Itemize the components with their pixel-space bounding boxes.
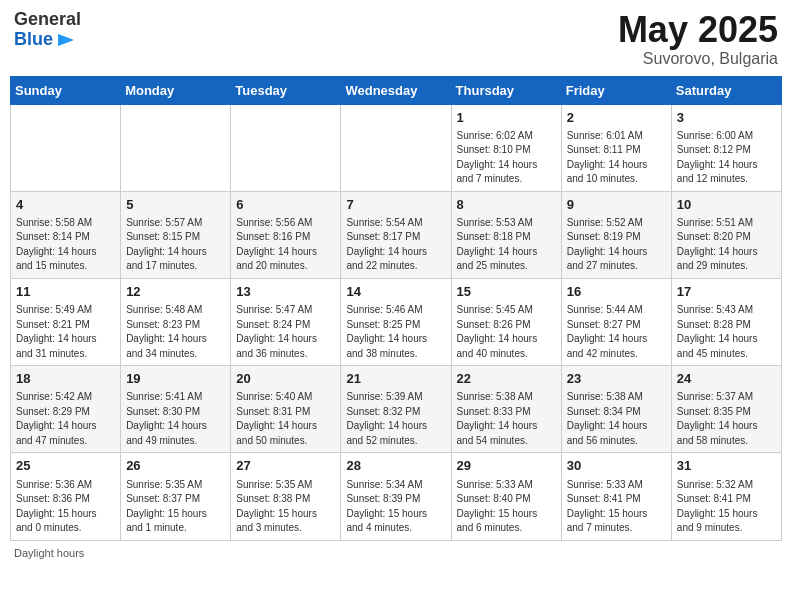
day-number: 19 xyxy=(126,370,225,388)
day-info: Sunrise: 5:53 AM Sunset: 8:18 PM Dayligh… xyxy=(457,216,556,274)
calendar-day-header: Friday xyxy=(561,76,671,104)
calendar-cell: 26Sunrise: 5:35 AM Sunset: 8:37 PM Dayli… xyxy=(121,453,231,540)
day-number: 10 xyxy=(677,196,776,214)
daylight-label: Daylight hours xyxy=(14,547,84,559)
day-info: Sunrise: 5:45 AM Sunset: 8:26 PM Dayligh… xyxy=(457,303,556,361)
calendar-cell: 21Sunrise: 5:39 AM Sunset: 8:32 PM Dayli… xyxy=(341,366,451,453)
calendar-week-row: 4Sunrise: 5:58 AM Sunset: 8:14 PM Daylig… xyxy=(11,191,782,278)
day-info: Sunrise: 5:39 AM Sunset: 8:32 PM Dayligh… xyxy=(346,390,445,448)
day-info: Sunrise: 5:41 AM Sunset: 8:30 PM Dayligh… xyxy=(126,390,225,448)
calendar-cell: 1Sunrise: 6:02 AM Sunset: 8:10 PM Daylig… xyxy=(451,104,561,191)
day-number: 9 xyxy=(567,196,666,214)
day-info: Sunrise: 5:42 AM Sunset: 8:29 PM Dayligh… xyxy=(16,390,115,448)
calendar-cell: 31Sunrise: 5:32 AM Sunset: 8:41 PM Dayli… xyxy=(671,453,781,540)
day-number: 8 xyxy=(457,196,556,214)
day-info: Sunrise: 5:33 AM Sunset: 8:41 PM Dayligh… xyxy=(567,478,666,536)
day-info: Sunrise: 5:35 AM Sunset: 8:38 PM Dayligh… xyxy=(236,478,335,536)
calendar-week-row: 25Sunrise: 5:36 AM Sunset: 8:36 PM Dayli… xyxy=(11,453,782,540)
day-info: Sunrise: 5:38 AM Sunset: 8:33 PM Dayligh… xyxy=(457,390,556,448)
day-info: Sunrise: 5:54 AM Sunset: 8:17 PM Dayligh… xyxy=(346,216,445,274)
page-header: General Blue May 2025 Suvorovo, Bulgaria xyxy=(10,10,782,68)
day-number: 25 xyxy=(16,457,115,475)
day-info: Sunrise: 5:33 AM Sunset: 8:40 PM Dayligh… xyxy=(457,478,556,536)
day-info: Sunrise: 5:46 AM Sunset: 8:25 PM Dayligh… xyxy=(346,303,445,361)
day-number: 31 xyxy=(677,457,776,475)
day-number: 24 xyxy=(677,370,776,388)
day-number: 23 xyxy=(567,370,666,388)
calendar-cell xyxy=(121,104,231,191)
day-number: 30 xyxy=(567,457,666,475)
calendar-cell: 25Sunrise: 5:36 AM Sunset: 8:36 PM Dayli… xyxy=(11,453,121,540)
title-block: May 2025 Suvorovo, Bulgaria xyxy=(618,10,778,68)
calendar-cell: 12Sunrise: 5:48 AM Sunset: 8:23 PM Dayli… xyxy=(121,278,231,365)
calendar-cell: 13Sunrise: 5:47 AM Sunset: 8:24 PM Dayli… xyxy=(231,278,341,365)
calendar-cell xyxy=(231,104,341,191)
day-info: Sunrise: 5:38 AM Sunset: 8:34 PM Dayligh… xyxy=(567,390,666,448)
calendar-cell: 4Sunrise: 5:58 AM Sunset: 8:14 PM Daylig… xyxy=(11,191,121,278)
calendar-day-header: Wednesday xyxy=(341,76,451,104)
day-number: 26 xyxy=(126,457,225,475)
calendar-cell: 9Sunrise: 5:52 AM Sunset: 8:19 PM Daylig… xyxy=(561,191,671,278)
day-info: Sunrise: 6:00 AM Sunset: 8:12 PM Dayligh… xyxy=(677,129,776,187)
calendar-day-header: Monday xyxy=(121,76,231,104)
calendar-cell: 19Sunrise: 5:41 AM Sunset: 8:30 PM Dayli… xyxy=(121,366,231,453)
day-number: 18 xyxy=(16,370,115,388)
calendar-cell: 29Sunrise: 5:33 AM Sunset: 8:40 PM Dayli… xyxy=(451,453,561,540)
day-number: 1 xyxy=(457,109,556,127)
calendar-cell xyxy=(341,104,451,191)
day-number: 27 xyxy=(236,457,335,475)
day-number: 22 xyxy=(457,370,556,388)
day-info: Sunrise: 5:47 AM Sunset: 8:24 PM Dayligh… xyxy=(236,303,335,361)
day-number: 3 xyxy=(677,109,776,127)
day-number: 2 xyxy=(567,109,666,127)
calendar-cell: 14Sunrise: 5:46 AM Sunset: 8:25 PM Dayli… xyxy=(341,278,451,365)
day-info: Sunrise: 5:40 AM Sunset: 8:31 PM Dayligh… xyxy=(236,390,335,448)
day-info: Sunrise: 5:57 AM Sunset: 8:15 PM Dayligh… xyxy=(126,216,225,274)
day-info: Sunrise: 5:44 AM Sunset: 8:27 PM Dayligh… xyxy=(567,303,666,361)
day-number: 13 xyxy=(236,283,335,301)
day-info: Sunrise: 5:35 AM Sunset: 8:37 PM Dayligh… xyxy=(126,478,225,536)
day-number: 5 xyxy=(126,196,225,214)
day-number: 20 xyxy=(236,370,335,388)
calendar-cell: 7Sunrise: 5:54 AM Sunset: 8:17 PM Daylig… xyxy=(341,191,451,278)
day-info: Sunrise: 5:34 AM Sunset: 8:39 PM Dayligh… xyxy=(346,478,445,536)
day-number: 17 xyxy=(677,283,776,301)
day-info: Sunrise: 5:43 AM Sunset: 8:28 PM Dayligh… xyxy=(677,303,776,361)
calendar-cell: 22Sunrise: 5:38 AM Sunset: 8:33 PM Dayli… xyxy=(451,366,561,453)
calendar-cell: 18Sunrise: 5:42 AM Sunset: 8:29 PM Dayli… xyxy=(11,366,121,453)
logo: General Blue xyxy=(14,10,81,50)
calendar-cell: 10Sunrise: 5:51 AM Sunset: 8:20 PM Dayli… xyxy=(671,191,781,278)
day-info: Sunrise: 6:01 AM Sunset: 8:11 PM Dayligh… xyxy=(567,129,666,187)
day-number: 14 xyxy=(346,283,445,301)
logo-blue-text: Blue xyxy=(14,30,53,50)
day-info: Sunrise: 5:56 AM Sunset: 8:16 PM Dayligh… xyxy=(236,216,335,274)
calendar-cell: 6Sunrise: 5:56 AM Sunset: 8:16 PM Daylig… xyxy=(231,191,341,278)
calendar-cell: 28Sunrise: 5:34 AM Sunset: 8:39 PM Dayli… xyxy=(341,453,451,540)
day-number: 15 xyxy=(457,283,556,301)
day-info: Sunrise: 5:36 AM Sunset: 8:36 PM Dayligh… xyxy=(16,478,115,536)
calendar-day-header: Sunday xyxy=(11,76,121,104)
day-info: Sunrise: 5:52 AM Sunset: 8:19 PM Dayligh… xyxy=(567,216,666,274)
calendar-day-header: Saturday xyxy=(671,76,781,104)
calendar-cell: 30Sunrise: 5:33 AM Sunset: 8:41 PM Dayli… xyxy=(561,453,671,540)
calendar-header-row: SundayMondayTuesdayWednesdayThursdayFrid… xyxy=(11,76,782,104)
day-number: 21 xyxy=(346,370,445,388)
calendar-cell: 20Sunrise: 5:40 AM Sunset: 8:31 PM Dayli… xyxy=(231,366,341,453)
calendar-footer: Daylight hours xyxy=(10,547,782,559)
day-number: 6 xyxy=(236,196,335,214)
day-info: Sunrise: 5:32 AM Sunset: 8:41 PM Dayligh… xyxy=(677,478,776,536)
calendar-table: SundayMondayTuesdayWednesdayThursdayFrid… xyxy=(10,76,782,541)
day-info: Sunrise: 5:58 AM Sunset: 8:14 PM Dayligh… xyxy=(16,216,115,274)
calendar-cell: 8Sunrise: 5:53 AM Sunset: 8:18 PM Daylig… xyxy=(451,191,561,278)
day-number: 11 xyxy=(16,283,115,301)
calendar-day-header: Tuesday xyxy=(231,76,341,104)
logo-arrow-icon xyxy=(56,30,76,50)
logo-general-text: General xyxy=(14,10,81,30)
day-number: 7 xyxy=(346,196,445,214)
calendar-week-row: 18Sunrise: 5:42 AM Sunset: 8:29 PM Dayli… xyxy=(11,366,782,453)
calendar-cell: 11Sunrise: 5:49 AM Sunset: 8:21 PM Dayli… xyxy=(11,278,121,365)
calendar-cell: 15Sunrise: 5:45 AM Sunset: 8:26 PM Dayli… xyxy=(451,278,561,365)
calendar-cell: 17Sunrise: 5:43 AM Sunset: 8:28 PM Dayli… xyxy=(671,278,781,365)
svg-marker-0 xyxy=(58,34,74,46)
day-info: Sunrise: 5:48 AM Sunset: 8:23 PM Dayligh… xyxy=(126,303,225,361)
